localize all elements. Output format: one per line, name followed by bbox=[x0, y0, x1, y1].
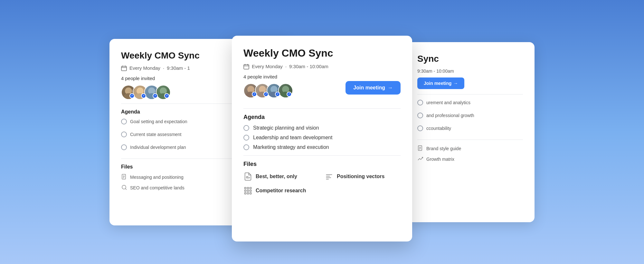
file-name: Brand style guide bbox=[426, 146, 461, 151]
left-recurrence: Every Monday bbox=[129, 65, 160, 71]
card-right: Sync 9:30am - 10:00am Join meeting → ure… bbox=[406, 42, 535, 222]
avatar-check-c4 bbox=[287, 92, 292, 97]
file-name: Competitor research bbox=[256, 188, 306, 194]
circle-icon bbox=[121, 144, 127, 150]
circle-icon bbox=[121, 119, 127, 124]
agenda-item-text: Individual development plan bbox=[130, 145, 186, 150]
list-item: Leadership and team development bbox=[243, 135, 401, 141]
list-item: and professional growth bbox=[417, 113, 523, 118]
circle-icon bbox=[417, 125, 423, 131]
svg-rect-14 bbox=[246, 177, 248, 178]
agenda-item-text: Marketing strategy and execution bbox=[253, 144, 329, 150]
list-item: Competitor research bbox=[243, 186, 401, 195]
center-avatars bbox=[243, 83, 290, 97]
file-name: Best, better, only bbox=[256, 174, 297, 179]
join-meeting-button[interactable]: Join meeting → bbox=[346, 81, 401, 95]
svg-rect-25 bbox=[245, 190, 246, 191]
center-invited: 4 people invited bbox=[243, 74, 290, 79]
circle-icon bbox=[121, 132, 127, 137]
file-icon bbox=[121, 174, 128, 181]
svg-rect-29 bbox=[247, 192, 249, 194]
avatar-check-2 bbox=[141, 93, 146, 98]
agenda-item-text: Leadership and team development bbox=[253, 135, 332, 141]
list-item: ccountability bbox=[417, 125, 523, 131]
divider-center-1 bbox=[243, 108, 401, 109]
center-sep: · bbox=[285, 64, 287, 69]
avatar-check-1 bbox=[129, 93, 135, 98]
agenda-item-text: Current state assessment bbox=[130, 132, 182, 137]
right-meeting-info: 9:30am - 10:00am bbox=[417, 68, 523, 74]
list-item: urement and analytics bbox=[417, 100, 523, 105]
left-sep: · bbox=[163, 65, 164, 71]
join-row: 4 people invited bbox=[243, 74, 401, 102]
center-invited-block: 4 people invited bbox=[243, 74, 290, 102]
left-time: 9:30am - 1 bbox=[167, 65, 190, 71]
list-item: Brand style guide bbox=[417, 145, 523, 152]
card-center: Weekly CMO Sync Every Monday · 9:30am - … bbox=[232, 36, 412, 241]
avatar-check-3 bbox=[153, 93, 158, 98]
circle-icon bbox=[417, 113, 423, 118]
svg-rect-24 bbox=[250, 187, 251, 189]
arrow-icon: → bbox=[388, 85, 393, 91]
svg-rect-0 bbox=[121, 66, 127, 71]
right-agenda-list: urement and analytics and professional g… bbox=[417, 100, 523, 134]
divider-right-2 bbox=[417, 140, 523, 140]
search-icon bbox=[121, 184, 128, 192]
svg-rect-23 bbox=[247, 187, 249, 189]
cards-container: Weekly CMO Sync Every Monday · 9:30am - … bbox=[129, 20, 515, 245]
svg-rect-30 bbox=[250, 192, 251, 194]
center-time: 9:30am - 10:00am bbox=[289, 64, 328, 69]
agenda-item-text: and professional growth bbox=[426, 113, 474, 118]
svg-rect-26 bbox=[247, 190, 249, 191]
document-icon bbox=[243, 172, 252, 181]
circle-icon bbox=[243, 144, 249, 150]
svg-point-8 bbox=[122, 185, 126, 189]
svg-rect-27 bbox=[250, 190, 251, 191]
chart-icon bbox=[417, 156, 424, 163]
svg-rect-22 bbox=[245, 187, 246, 189]
center-agenda-list: Strategic planning and vision Leadership… bbox=[243, 125, 401, 150]
file-name: Growth matrix bbox=[426, 157, 454, 162]
calendar-icon-left bbox=[121, 65, 127, 71]
list-item: Growth matrix bbox=[417, 156, 523, 163]
avatar-check-c3 bbox=[275, 92, 280, 97]
grid-icon bbox=[243, 186, 252, 195]
right-join-button[interactable]: Join meeting → bbox=[417, 77, 464, 89]
center-agenda-title: Agenda bbox=[243, 114, 401, 121]
agenda-item-text: Strategic planning and vision bbox=[253, 125, 319, 131]
avatar-check-c1 bbox=[252, 92, 257, 97]
avatar-check-c2 bbox=[263, 92, 269, 97]
list-item: Strategic planning and vision bbox=[243, 125, 401, 131]
center-files-title: Files bbox=[243, 161, 401, 168]
file-name: Messaging and positioning bbox=[130, 175, 184, 180]
center-meeting-info: Every Monday · 9:30am - 10:00am bbox=[243, 64, 401, 69]
lines-icon bbox=[325, 172, 334, 181]
svg-line-9 bbox=[126, 188, 127, 190]
circle-icon bbox=[243, 125, 249, 131]
right-join-label: Join meeting bbox=[424, 81, 451, 86]
avatar-c4 bbox=[278, 83, 292, 97]
list-item: Positioning vectors bbox=[325, 172, 401, 181]
avatar-4 bbox=[156, 85, 169, 98]
center-card-title: Weekly CMO Sync bbox=[243, 47, 401, 59]
circle-icon bbox=[243, 135, 249, 141]
divider-center-2 bbox=[243, 155, 401, 156]
arrow-icon: → bbox=[453, 81, 458, 86]
file-name: Positioning vectors bbox=[337, 174, 384, 179]
agenda-item-text: urement and analytics bbox=[426, 100, 470, 105]
circle-icon bbox=[417, 100, 423, 105]
agenda-item-text: Goal setting and expectation bbox=[130, 119, 187, 124]
list-item: Marketing strategy and execution bbox=[243, 144, 401, 150]
calendar-icon-center bbox=[243, 64, 249, 69]
center-files-list: Best, better, only Positioning vectors bbox=[243, 172, 401, 181]
document-icon bbox=[417, 145, 424, 152]
center-recurrence: Every Monday bbox=[252, 64, 283, 69]
svg-rect-28 bbox=[245, 192, 246, 194]
list-item: Best, better, only bbox=[243, 172, 319, 181]
join-button-label: Join meeting bbox=[353, 85, 385, 91]
svg-rect-10 bbox=[244, 65, 249, 69]
file-name: SEO and competitive lands bbox=[130, 185, 185, 190]
divider-right-1 bbox=[417, 94, 523, 95]
agenda-item-text: ccountability bbox=[426, 126, 451, 131]
avatar-check-4 bbox=[164, 93, 169, 98]
